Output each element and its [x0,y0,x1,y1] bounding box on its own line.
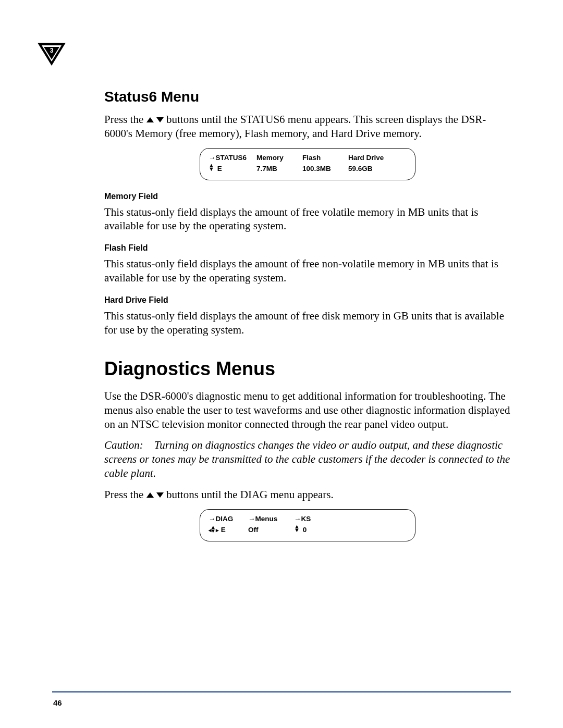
diagnostics-intro: Use the DSR-6000's diagnostic menu to ge… [104,389,511,431]
chapter-number: 3 [50,47,54,54]
updown-arrows-icon: ▲▼ [294,525,300,532]
lcd-row: ▲▼ E 7.7MB 100.3MB 59.6GB [209,164,407,175]
status6-intro-pre: Press the [104,113,146,126]
updown-arrows-icon: ▲▼ [209,164,214,171]
footer-rule [52,691,511,693]
lcd-cell-memory-header: Memory [256,153,302,164]
flash-field-text: This status-only field displays the amou… [104,257,511,285]
lcd-ks-text: 0 [303,526,307,534]
lcd-cell-menus: →Menus [248,514,294,525]
chapter-diamond-icon: 3 [35,41,68,68]
memory-field-label: Memory Field [104,192,511,201]
lcd-e2-text: E [221,526,226,534]
content-area: Status6 Menu Press the buttons until the… [104,42,511,541]
chapter-badge: 3 [35,41,68,70]
diagnostics-heading: Diagnostics Menus [104,358,511,380]
up-triangle-icon [146,492,154,498]
up-triangle-icon [146,117,154,122]
lcd-e-text: E [217,165,222,172]
memory-field-text: This status-only field displays the amou… [104,205,511,233]
harddrive-field-text: This status-only field displays the amou… [104,309,511,337]
lcd-row: →STATUS6 Memory Flash Hard Drive [209,153,407,164]
flash-field-label: Flash Field [104,243,511,253]
lcd-cell-status6: →STATUS6 [209,153,256,164]
harddrive-field-label: Hard Drive Field [104,295,511,305]
lcd-cell-flash-value: 100.3MB [302,164,348,175]
lcd-cell-flash-header: Flash [302,153,348,164]
lcd-row: →DIAG →Menus →KS [209,514,407,525]
down-triangle-icon [156,492,164,498]
lcd-cell-blank2 [331,525,407,536]
status6-lcd: →STATUS6 Memory Flash Hard Drive ▲▼ E 7.… [200,148,415,180]
page: 3 Status6 Menu Press the buttons until t… [0,0,563,728]
lcd-cell-off: Off [248,525,294,536]
lcd-cell-harddrive-header: Hard Drive [348,153,407,164]
lcd-cell-ks-value: ▲▼ 0 [294,525,331,536]
lcd-cell-memory-value: 7.7MB [256,164,302,175]
diag-lcd: →DIAG →Menus →KS ◂▴▾▸ E Off ▲▼ 0 [200,509,415,541]
down-triangle-icon [156,117,164,122]
lcd-cell-diag: →DIAG [209,514,248,525]
page-number: 46 [53,698,62,707]
lcd-row: ◂▴▾▸ E Off ▲▼ 0 [209,525,407,536]
status6-heading: Status6 Menu [104,89,511,105]
lcd-cell-e2: ◂▴▾▸ E [209,525,248,536]
lcd-cell-e: ▲▼ E [209,164,256,175]
left-right-up-down-arrows-icon: ◂▴▾▸ [209,527,219,533]
status6-intro: Press the buttons until the STATUS6 menu… [104,113,511,141]
diagnostics-press-post: buttons until the DIAG menu appears. [164,488,334,501]
diagnostics-press-pre: Press the [104,488,146,501]
lcd-cell-harddrive-value: 59.6GB [348,164,407,175]
diagnostics-press: Press the buttons until the DIAG menu ap… [104,488,511,502]
lcd-cell-blank [331,514,407,525]
diagnostics-caution: Caution: Turning on diagnostics changes … [104,438,511,480]
